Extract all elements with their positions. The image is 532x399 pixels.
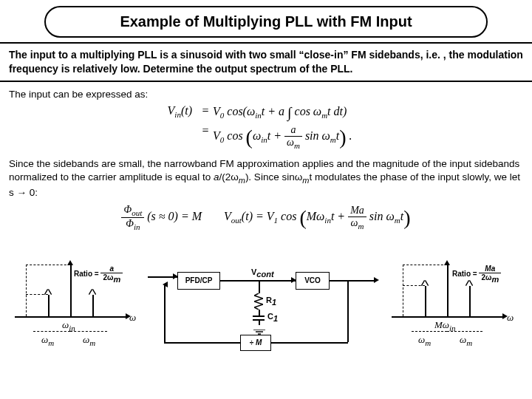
equation-1-row-b: = V0 cos (ωint + aωm sin ωmt) . xyxy=(0,123,532,151)
equation-2: ΦoutΦin (s ≈ 0) = M Vout(t) = V1 cos (Mω… xyxy=(0,201,532,236)
equation-1-row-a: Vin(t) = V0 cos(ωint + a ∫ cos ωmt dt) xyxy=(0,103,532,123)
vco-block: VCO xyxy=(296,272,330,290)
explanation-line: Since the sidebands are small, the narro… xyxy=(0,151,532,201)
page-title: Example of Multiplying PLL with FM Input xyxy=(44,6,488,38)
ratio-in-label: Ratio = a2ωm xyxy=(74,265,123,284)
intro-line: The input can be expressed as: xyxy=(0,82,532,103)
pll-diagram: ω ωin ωm ωm Ratio = a2ωm PFD/CP VCO ÷ M … xyxy=(0,235,532,361)
pfd-block: PFD/CP xyxy=(177,272,220,290)
ratio-out-label: Ratio = Ma2ωm xyxy=(452,265,501,284)
problem-statement: The input to a multiplying PLL is a sinu… xyxy=(0,42,532,82)
